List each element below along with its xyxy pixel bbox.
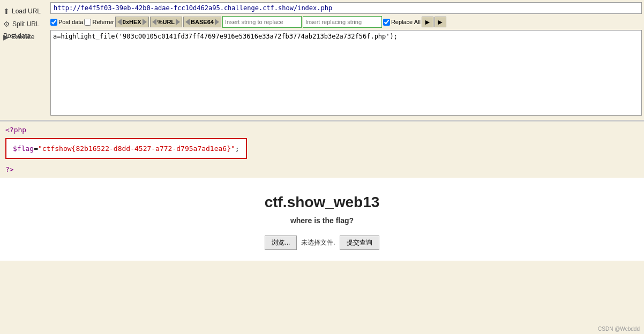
referrer-checkbox-label[interactable]: Referrer xyxy=(84,19,114,26)
php-close-tag: ?> xyxy=(5,165,639,173)
flag-equals: = xyxy=(34,145,38,153)
sidebar-item-label: Split URL xyxy=(12,20,40,28)
replace-all-checkbox-label[interactable]: Replace All xyxy=(383,19,421,26)
url-label: %URL xyxy=(158,19,175,25)
url-arrow-left-icon xyxy=(152,19,156,25)
section-divider xyxy=(0,120,644,122)
flag-box: $flag="ctfshow{82b16522-d8dd-4527-a772-d… xyxy=(5,138,247,159)
url-arrow-right-icon xyxy=(176,19,180,25)
hex-label: 0xHEX xyxy=(123,19,141,25)
replace-arrow-btn2[interactable]: ► xyxy=(435,17,446,27)
insert-string-input[interactable] xyxy=(222,16,302,28)
post-data-label: Post data xyxy=(58,19,83,25)
post-data-textarea[interactable]: a=highlight_file('903c00105c0141fd37ff47… xyxy=(50,30,642,116)
referrer-label: Referrer xyxy=(92,19,114,25)
toolbar: Post data Referrer 0xHEX %URL BASE64 xyxy=(50,16,642,28)
base64-label: BASE64 xyxy=(191,19,214,25)
browse-button[interactable]: 浏览... xyxy=(265,236,297,250)
site-subtitle: where is the flag? xyxy=(5,216,639,225)
post-data-section-label: Post data xyxy=(3,32,31,40)
replace-arrow-btn[interactable]: ► xyxy=(422,17,433,27)
url-input[interactable] xyxy=(50,2,642,14)
file-text: 未选择文件. xyxy=(301,238,335,247)
base64-arrow-left-icon xyxy=(185,19,190,25)
base64-decode-btn[interactable]: BASE64 xyxy=(183,17,221,27)
web-content-section: ctf.show_web13 where is the flag? 浏览... … xyxy=(0,178,644,261)
split-url-icon: ⚙ xyxy=(3,20,10,28)
base64-arrow-right-icon xyxy=(215,19,219,25)
sidebar-item-split-url[interactable]: ⚙ Split URL xyxy=(0,18,48,30)
post-data-checkbox[interactable] xyxy=(50,19,57,26)
hex-decode-btn[interactable]: 0xHEX xyxy=(115,17,149,27)
flag-semicolon: ; xyxy=(235,145,239,153)
flag-string: "ctfshow{82b16522-d8dd-4527-a772-d795a7a… xyxy=(38,145,235,153)
file-row: 浏览... 未选择文件. 提交查询 xyxy=(5,236,639,250)
php-output-section: <?php $flag="ctfshow{82b16522-d8dd-4527-… xyxy=(0,122,644,178)
replace-all-label: Replace All xyxy=(391,19,421,25)
load-url-icon: ⬆ xyxy=(3,7,10,16)
url-bar xyxy=(50,2,642,14)
post-data-checkbox-label[interactable]: Post data xyxy=(50,19,83,26)
replacing-string-input[interactable] xyxy=(303,16,382,28)
watermark: CSDN @Wcbddd xyxy=(598,326,640,332)
submit-button[interactable]: 提交查询 xyxy=(340,236,379,250)
hex-arrow-right-icon xyxy=(143,19,147,25)
flag-variable: $flag xyxy=(13,145,34,153)
replace-all-checkbox[interactable] xyxy=(383,19,390,26)
sidebar-item-label: Load URL xyxy=(12,7,41,15)
referrer-checkbox[interactable] xyxy=(84,19,91,26)
site-title: ctf.show_web13 xyxy=(5,194,639,211)
url-decode-btn[interactable]: %URL xyxy=(150,17,182,27)
sidebar-item-load-url[interactable]: ⬆ Load URL xyxy=(0,5,48,17)
main-content: Post data Referrer 0xHEX %URL BASE64 xyxy=(48,0,644,118)
hex-arrow-left-icon xyxy=(117,19,122,25)
php-open-tag: <?php xyxy=(5,126,639,134)
